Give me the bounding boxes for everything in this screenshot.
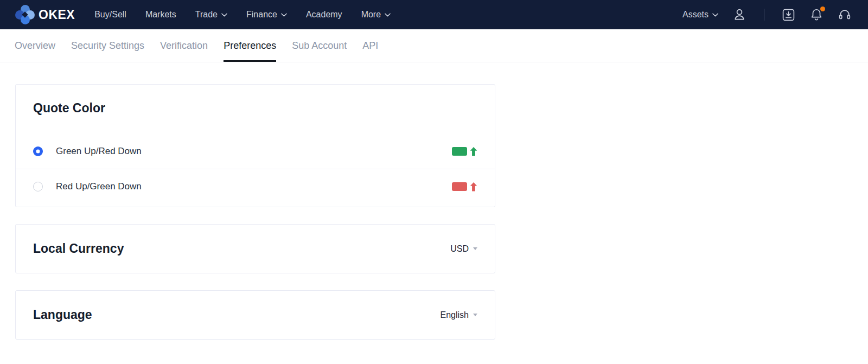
- currency-select[interactable]: USD: [450, 244, 477, 254]
- language-card: Language English: [15, 290, 495, 340]
- nav-item-label: Finance: [246, 10, 277, 20]
- okex-logo[interactable]: OKEX: [15, 4, 75, 25]
- language-select[interactable]: English: [441, 310, 477, 320]
- caret-down-icon: [473, 247, 477, 250]
- option-label: Red Up/Green Down: [56, 181, 142, 192]
- notification-dot: [820, 7, 825, 11]
- nav-item-label: Academy: [306, 10, 342, 20]
- quote-color-option-green-up[interactable]: Green Up/Red Down: [33, 134, 477, 169]
- assets-menu[interactable]: Assets: [682, 10, 718, 20]
- radio-button[interactable]: [33, 182, 43, 191]
- okex-logo-text: OKEX: [39, 8, 75, 22]
- quote-color-preview-red: [452, 182, 477, 191]
- local-currency-title: Local Currency: [33, 241, 124, 256]
- navbar-right: Assets: [682, 8, 852, 22]
- quote-color-preview-green: [452, 147, 477, 156]
- tab-sub-account[interactable]: Sub Account: [292, 29, 347, 62]
- user-icon[interactable]: [732, 8, 746, 22]
- tab-overview[interactable]: Overview: [15, 29, 55, 62]
- account-tabs: Overview Security Settings Verification …: [0, 29, 868, 62]
- quote-color-card: Quote Color Green Up/Red Down Red Up/Gre…: [15, 84, 495, 207]
- up-arrow-icon: [470, 147, 477, 156]
- preferences-content: Quote Color Green Up/Red Down Red Up/Gre…: [0, 62, 868, 340]
- chevron-down-icon: [712, 13, 718, 17]
- nav-item-label: Trade: [195, 10, 218, 20]
- color-swatch: [452, 182, 467, 191]
- headset-icon[interactable]: [838, 8, 852, 22]
- language-title: Language: [33, 308, 92, 322]
- nav-item-trade[interactable]: Trade: [195, 10, 227, 20]
- nav-item-label: Buy/Sell: [94, 10, 126, 20]
- color-swatch: [452, 147, 467, 156]
- tab-preferences[interactable]: Preferences: [224, 29, 276, 62]
- language-value: English: [441, 310, 469, 320]
- nav-item-label: Markets: [145, 10, 176, 20]
- bell-icon[interactable]: [809, 8, 824, 22]
- navbar-divider: [764, 9, 764, 21]
- nav-item-academy[interactable]: Academy: [306, 10, 342, 20]
- caret-down-icon: [473, 314, 477, 316]
- nav-item-finance[interactable]: Finance: [246, 10, 287, 20]
- tab-api[interactable]: API: [362, 29, 378, 62]
- chevron-down-icon: [221, 13, 227, 17]
- radio-button[interactable]: [33, 146, 43, 156]
- tab-security-settings[interactable]: Security Settings: [71, 29, 144, 62]
- nav-item-buy-sell[interactable]: Buy/Sell: [94, 10, 126, 20]
- primary-nav: Buy/Sell Markets Trade Finance Academy M…: [94, 10, 391, 20]
- chevron-down-icon: [385, 13, 391, 17]
- option-label: Green Up/Red Down: [56, 146, 142, 157]
- nav-item-markets[interactable]: Markets: [145, 10, 176, 20]
- assets-label: Assets: [682, 10, 709, 20]
- local-currency-card: Local Currency USD: [15, 224, 495, 273]
- chevron-down-icon: [281, 13, 287, 17]
- download-icon[interactable]: [782, 8, 795, 22]
- quote-color-title: Quote Color: [33, 101, 477, 116]
- okex-logo-icon: [15, 4, 35, 25]
- tab-verification[interactable]: Verification: [160, 29, 208, 62]
- up-arrow-icon: [470, 182, 477, 191]
- top-navbar: OKEX Buy/Sell Markets Trade Finance Acad…: [0, 0, 868, 29]
- nav-item-label: More: [361, 10, 381, 20]
- currency-value: USD: [450, 244, 469, 254]
- nav-item-more[interactable]: More: [361, 10, 391, 20]
- quote-color-option-red-up[interactable]: Red Up/Green Down: [33, 169, 477, 204]
